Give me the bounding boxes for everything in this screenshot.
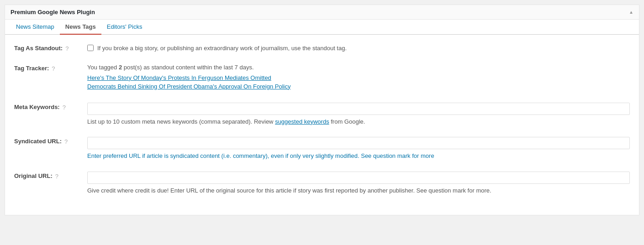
tab-news-sitemap[interactable]: News Sitemap: [11, 20, 60, 35]
standout-checkbox[interactable]: [87, 45, 94, 51]
collapse-icon[interactable]: ▲: [629, 10, 633, 15]
original-url-label-area: Original URL: ?: [14, 172, 87, 180]
syndicated-url-help-icon[interactable]: ?: [64, 138, 68, 145]
tag-tracker-content: You tagged 2 post(s) as standout content…: [87, 64, 630, 92]
tracker-summary: You tagged 2 post(s) as standout content…: [87, 64, 630, 71]
tag-tracker-help-icon[interactable]: ?: [52, 65, 55, 72]
tab-news-tags[interactable]: News Tags: [60, 20, 101, 35]
standout-description: If you broke a big story, or publishing …: [97, 44, 347, 53]
meta-keywords-label-area: Meta Keywords: ?: [14, 103, 87, 111]
meta-keywords-help-icon[interactable]: ?: [63, 104, 66, 111]
tag-as-standout-help-icon[interactable]: ?: [65, 45, 69, 52]
original-url-label: Original URL:: [14, 172, 53, 179]
meta-keywords-row: Meta Keywords: ? List up to 10 custom me…: [14, 103, 630, 126]
tag-tracker-label: Tag Tracker:: [14, 65, 49, 72]
tracker-suffix: post(s) as standout content within the l…: [122, 64, 253, 71]
tab-editors-picks[interactable]: Editors' Picks: [101, 20, 148, 35]
tag-as-standout-content: If you broke a big story, or publishing …: [87, 44, 630, 53]
tab-bar: News Sitemap News Tags Editors' Picks: [5, 20, 639, 35]
original-url-row: Original URL: ? Give credit where credit…: [14, 172, 630, 195]
plugin-header: Premium Google News Plugin ▲: [5, 5, 639, 20]
suggested-keywords-link[interactable]: suggested keywords: [275, 118, 329, 125]
tag-as-standout-label-area: Tag As Standout: ?: [14, 44, 87, 52]
syndicated-url-input[interactable]: [87, 137, 630, 149]
syndicated-url-content: Enter preferred URL if article is syndic…: [87, 137, 630, 161]
syndicated-url-row: Syndicated URL: ? Enter preferred URL if…: [14, 137, 630, 161]
story-link-1[interactable]: Here's The Story Of Monday's Protests In…: [87, 74, 630, 81]
original-url-input[interactable]: [87, 172, 630, 184]
plugin-title: Premium Google News Plugin: [11, 9, 95, 16]
meta-keywords-input[interactable]: [87, 103, 630, 115]
tag-as-standout-label: Tag As Standout:: [14, 45, 63, 52]
syndicated-url-label-area: Syndicated URL: ?: [14, 137, 87, 145]
syndicated-url-description: Enter preferred URL if article is syndic…: [87, 151, 630, 161]
meta-keywords-content: List up to 10 custom meta news keywords …: [87, 103, 630, 126]
tab-content: Tag As Standout: ? If you broke a big st…: [5, 35, 639, 215]
standout-checkbox-row: If you broke a big story, or publishing …: [87, 44, 630, 53]
original-url-description: Give credit where credit is due! Enter U…: [87, 186, 630, 195]
tag-tracker-label-area: Tag Tracker: ?: [14, 64, 87, 72]
tag-tracker-row: Tag Tracker: ? You tagged 2 post(s) as s…: [14, 64, 630, 92]
original-url-help-icon[interactable]: ?: [55, 173, 58, 180]
tracker-prefix: You tagged: [87, 64, 119, 71]
plugin-container: Premium Google News Plugin ▲ News Sitema…: [5, 5, 639, 215]
meta-keywords-description: List up to 10 custom meta news keywords …: [87, 117, 630, 126]
meta-keywords-desc-prefix: List up to 10 custom meta news keywords …: [87, 118, 275, 125]
tag-as-standout-row: Tag As Standout: ? If you broke a big st…: [14, 44, 630, 53]
syndicated-url-label: Syndicated URL:: [14, 138, 62, 145]
original-url-content: Give credit where credit is due! Enter U…: [87, 172, 630, 195]
meta-keywords-desc-suffix: from Google.: [329, 118, 365, 125]
story-link-2[interactable]: Democrats Behind Sinking Of President Ob…: [87, 83, 630, 90]
meta-keywords-label: Meta Keywords:: [14, 104, 60, 110]
